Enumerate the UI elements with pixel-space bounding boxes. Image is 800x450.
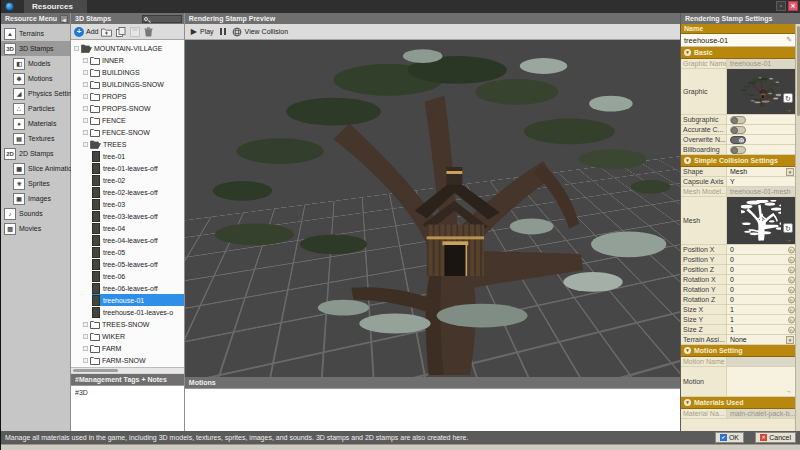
open-resource-arrow-icon[interactable]: →: [785, 236, 792, 243]
tree-row-tree-06-leaves-off[interactable]: tree-06-leaves-off: [71, 282, 184, 294]
tree-row-treehouse-01-leaves-o[interactable]: treehouse-01-leaves-o: [71, 306, 184, 318]
sidebar-item-slice-animation[interactable]: ▦Slice Animation: [1, 161, 70, 176]
sidebar-item-motions[interactable]: ✱Motions: [1, 71, 70, 86]
tree-expander[interactable]: [83, 346, 88, 351]
sidebar-item-movies[interactable]: ▥Movies: [1, 221, 70, 236]
settings-vertical-scrollbar[interactable]: [795, 24, 800, 431]
reset-value-icon[interactable]: ↻: [788, 246, 795, 253]
reset-value-icon[interactable]: ↻: [788, 306, 795, 313]
reset-value-icon[interactable]: ↻: [788, 266, 795, 273]
field-value[interactable]: Y: [727, 177, 795, 186]
reset-value-icon[interactable]: ↻: [788, 296, 795, 303]
window-pin-button[interactable]: ▫: [776, 1, 786, 11]
tree-row-fence-snow[interactable]: FENCE-SNOW: [71, 126, 184, 138]
cancel-button[interactable]: ✕ Cancel: [755, 432, 796, 443]
tree-expander[interactable]: [83, 58, 88, 63]
tree-row-props[interactable]: PROPS: [71, 90, 184, 102]
tree-row-inner[interactable]: INNER: [71, 54, 184, 66]
sidebar-item-sprites[interactable]: ✳Sprites: [1, 176, 70, 191]
tags-notes-area[interactable]: #3D: [71, 385, 184, 431]
field-value[interactable]: 0: [727, 295, 795, 304]
field-value[interactable]: 0: [727, 275, 795, 284]
tree-row-wiker[interactable]: WIKER: [71, 330, 184, 342]
field-value[interactable]: 1: [727, 325, 795, 334]
tree-row-tree-01[interactable]: tree-01: [71, 150, 184, 162]
tree-expander[interactable]: [83, 334, 88, 339]
dropdown-icon[interactable]: ▾: [786, 168, 794, 176]
name-input[interactable]: treehouse-01✎: [681, 34, 795, 47]
tree-row-trees-snow[interactable]: TREES-SNOW: [71, 318, 184, 330]
tree-row-farm-snow[interactable]: FARM-SNOW: [71, 354, 184, 366]
dropdown-icon[interactable]: ▾: [786, 336, 794, 344]
field-value[interactable]: 1: [727, 315, 795, 324]
tree-row-tree-01-leaves-off[interactable]: tree-01-leaves-off: [71, 162, 184, 174]
tree-row-tree-05[interactable]: tree-05: [71, 246, 184, 258]
motions-area[interactable]: [185, 388, 680, 431]
pause-button[interactable]: [220, 28, 226, 35]
sidebar-item-particles[interactable]: ∴Particles: [1, 101, 70, 116]
tree-row-tree-03-leaves-off[interactable]: tree-03-leaves-off: [71, 210, 184, 222]
tree-horizontal-scrollbar[interactable]: [71, 367, 184, 373]
resources-tab[interactable]: Resources: [24, 0, 87, 13]
tree-expander[interactable]: [83, 142, 88, 147]
edit-pencil-icon[interactable]: ✎: [786, 36, 792, 44]
toggle-billboarding[interactable]: [730, 146, 746, 154]
field-value[interactable]: 0: [727, 265, 795, 274]
tree-row-props-snow[interactable]: PROPS-SNOW: [71, 102, 184, 114]
new-folder-icon[interactable]: [101, 26, 112, 37]
tree-row-mountain-village[interactable]: MOUNTAIN-VILLAGE: [71, 42, 184, 54]
sidebar-item-physics-settings[interactable]: ◢Physics Settings: [1, 86, 70, 101]
sidebar-item-models[interactable]: ◧Models: [1, 56, 70, 71]
sidebar-item-3d-stamps[interactable]: 3D3D Stamps: [1, 41, 70, 56]
tree-row-tree-04-leaves-off[interactable]: tree-04-leaves-off: [71, 234, 184, 246]
field-value[interactable]: 0: [727, 255, 795, 264]
export-icon[interactable]: [129, 26, 140, 37]
tree-row-trees[interactable]: TREES: [71, 138, 184, 150]
tree-expander[interactable]: [83, 118, 88, 123]
tree-expander[interactable]: [74, 46, 79, 51]
view-collision-button[interactable]: View Collision: [232, 27, 288, 37]
tree-row-farm[interactable]: FARM: [71, 342, 184, 354]
tree-expander[interactable]: [83, 70, 88, 75]
tree-row-buildings-snow[interactable]: BUILDINGS-SNOW: [71, 78, 184, 90]
collapse-panel-icon[interactable]: ◂: [60, 15, 68, 23]
open-motion-arrow-icon[interactable]: →: [785, 387, 792, 394]
tree-row-fence[interactable]: FENCE: [71, 114, 184, 126]
field-value[interactable]: 1: [727, 305, 795, 314]
sidebar-item-terrains[interactable]: ▲Terrains: [1, 26, 70, 41]
tree-row-tree-03[interactable]: tree-03: [71, 198, 184, 210]
tree-row-tree-05-leaves-off[interactable]: tree-05-leaves-off: [71, 258, 184, 270]
tree-expander[interactable]: [83, 82, 88, 87]
tree-row-tree-04[interactable]: tree-04: [71, 222, 184, 234]
graphic-thumbnail[interactable]: ↻→: [727, 69, 795, 114]
preview-viewport[interactable]: [185, 40, 680, 377]
mesh-thumbnail[interactable]: ↻→: [727, 197, 795, 244]
section-header-basic[interactable]: ▾Basic: [681, 47, 795, 59]
section-header-materials-used[interactable]: ▾Materials Used: [681, 397, 795, 409]
open-resource-arrow-icon[interactable]: →: [785, 106, 792, 113]
reset-value-icon[interactable]: ↻: [788, 326, 795, 333]
sidebar-item-2d-stamps[interactable]: 2D2D Stamps: [1, 146, 70, 161]
tree-expander[interactable]: [83, 106, 88, 111]
sidebar-item-images[interactable]: ▣Images: [1, 191, 70, 206]
sidebar-item-sounds[interactable]: ♪Sounds: [1, 206, 70, 221]
reset-value-icon[interactable]: ↻: [788, 286, 795, 293]
search-input[interactable]: [142, 15, 182, 23]
toggle-accurate-c[interactable]: [730, 126, 746, 134]
swap-graphic-icon[interactable]: ↻: [783, 93, 793, 103]
tree-expander[interactable]: [83, 130, 88, 135]
sidebar-item-materials[interactable]: ●Materials: [1, 116, 70, 131]
delete-icon[interactable]: [143, 26, 154, 37]
tree-row-tree-02[interactable]: tree-02: [71, 174, 184, 186]
reset-value-icon[interactable]: ↻: [788, 276, 795, 283]
ok-button[interactable]: ✔ OK: [715, 432, 744, 443]
tree-expander[interactable]: [83, 322, 88, 327]
swap-graphic-icon[interactable]: ↻: [783, 223, 793, 233]
tree-row-tree-02-leaves-off[interactable]: tree-02-leaves-off: [71, 186, 184, 198]
reset-value-icon[interactable]: ↻: [788, 316, 795, 323]
toggle-subgraphic[interactable]: [730, 116, 746, 124]
field-value[interactable]: Mesh: [727, 167, 795, 176]
tree-expander[interactable]: [83, 94, 88, 99]
tree-row-buildings[interactable]: BUILDINGS: [71, 66, 184, 78]
motion-area[interactable]: →: [727, 367, 795, 396]
